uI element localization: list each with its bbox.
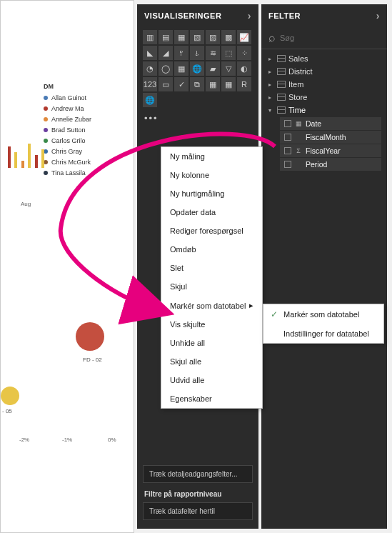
legend-item[interactable]: Tina Lassila: [44, 169, 91, 176]
viz-filled-map-icon[interactable]: ▰: [206, 61, 220, 76]
triangle-expanded-icon: ▾: [268, 107, 274, 114]
table-icon: [277, 94, 286, 101]
viz-donut-icon[interactable]: ◯: [159, 61, 173, 76]
legend-item[interactable]: Andrew Ma: [44, 105, 91, 112]
viz-card-icon[interactable]: 123: [143, 77, 157, 91]
field-row-date[interactable]: ▦Date: [280, 117, 381, 130]
checkbox-icon[interactable]: [284, 161, 291, 168]
visualization-gallery: ▥ ▤ ▦ ▧ ▨ ▩ 📈 ◣ ◢ ⫯ ⫰ ≋ ⬚ ⁘ ◔ ◯ ▦ 🌐 ▰ ▽ …: [137, 27, 258, 110]
menu-item-mark-date-table[interactable]: Markér som datotabel▸: [161, 296, 262, 315]
column-icon: [295, 161, 302, 168]
bubble-label: FD - 02: [83, 357, 102, 363]
sigma-icon: Σ: [295, 147, 302, 154]
viz-100-column-icon[interactable]: ▩: [221, 30, 236, 44]
menu-item-new-column[interactable]: Ny kolonne: [161, 166, 262, 184]
menu-item-edit-query[interactable]: Rediger forespørgsel: [161, 221, 262, 240]
viz-combo-icon[interactable]: ⫯: [174, 46, 189, 60]
menu-item-new-measure[interactable]: Ny måling: [161, 147, 262, 166]
submenu-item-date-table-settings[interactable]: Indstillinger for datatabel: [263, 324, 383, 343]
table-item-time[interactable]: ▾Time: [264, 104, 384, 116]
viz-stacked-area-icon[interactable]: ◢: [159, 46, 173, 60]
report-filters-label: Filtre på rapportniveau: [137, 486, 258, 499]
field-row-fiscalmonth[interactable]: FiscalMonth: [280, 131, 381, 144]
context-menu: Ny måling Ny kolonne Ny hurtigmåling Opd…: [161, 146, 263, 409]
field-row-fiscalyear[interactable]: ΣFiscalYear: [280, 144, 381, 157]
table-item-item[interactable]: ▸Item: [264, 78, 384, 91]
viz-arcgis-icon[interactable]: 🌐: [143, 93, 157, 107]
viz-funnel-icon[interactable]: ▽: [221, 61, 236, 76]
chevron-right-icon[interactable]: ›: [248, 10, 251, 21]
drag-fields-well[interactable]: Træk datafelter hertil: [143, 502, 253, 520]
viz-clustered-column-icon[interactable]: ▧: [190, 30, 204, 44]
menu-item-new-quick-measure[interactable]: Ny hurtigmåling: [161, 184, 262, 203]
viz-slicer-icon[interactable]: ⧉: [190, 77, 204, 91]
viz-table-icon[interactable]: ▦: [206, 77, 220, 91]
legend-item[interactable]: Annelie Zubar: [44, 116, 91, 123]
legend-item[interactable]: Chris Gray: [44, 148, 91, 155]
menu-item-unhide-all[interactable]: Unhide all: [161, 334, 262, 352]
menu-item-properties[interactable]: Egenskaber: [161, 389, 262, 408]
panel-header[interactable]: VISUALISERINGER ›: [137, 4, 258, 27]
field-row-period[interactable]: Period: [280, 158, 381, 171]
legend-dot-icon: [44, 171, 48, 175]
submenu-item-mark-date-table[interactable]: ✓Markér som datotabel: [263, 304, 383, 324]
viz-multi-card-icon[interactable]: ▭: [159, 77, 173, 91]
viz-stacked-bar-icon[interactable]: ▥: [143, 30, 157, 44]
triangle-collapsed-icon: ▸: [268, 94, 274, 101]
viz-pie-icon[interactable]: ◔: [143, 61, 157, 76]
viz-waterfall-icon[interactable]: ⬚: [221, 46, 236, 60]
fields-panel: FELTER › ⌕ ▸Sales ▸District ▸Item ▸Store…: [261, 4, 387, 529]
viz-gauge-icon[interactable]: ◐: [237, 61, 251, 76]
viz-combo2-icon[interactable]: ⫰: [190, 46, 204, 60]
triangle-collapsed-icon: ▸: [268, 56, 274, 62]
viz-r-icon[interactable]: R: [237, 77, 251, 91]
viz-kpi-icon[interactable]: ✓: [174, 77, 189, 91]
viz-line-icon[interactable]: 📈: [237, 30, 251, 44]
menu-item-expand-all[interactable]: Udvid alle: [161, 371, 262, 389]
legend-dot-icon: [44, 117, 48, 121]
viz-area-icon[interactable]: ◣: [143, 46, 157, 60]
viz-clustered-bar-icon[interactable]: ▤: [159, 30, 173, 44]
bubble-label: - 05: [2, 408, 12, 414]
triangle-collapsed-icon: ▸: [268, 81, 274, 88]
panel-header[interactable]: FELTER ›: [261, 4, 387, 27]
bar-chart: [8, 144, 45, 168]
checkmark-icon: ✓: [271, 309, 279, 319]
viz-matrix-icon[interactable]: ▦: [221, 77, 236, 91]
legend-item[interactable]: Chris McGurk: [44, 159, 91, 166]
viz-100-bar-icon[interactable]: ▨: [206, 30, 220, 44]
table-item-store[interactable]: ▸Store: [264, 91, 384, 104]
menu-item-hide-all[interactable]: Skjul alle: [161, 352, 262, 371]
legend-dot-icon: [44, 96, 48, 100]
menu-item-view-hidden[interactable]: Vis skjulte: [161, 315, 262, 334]
table-item-district[interactable]: ▸District: [264, 65, 384, 78]
date-icon: ▦: [295, 120, 302, 127]
checkbox-icon[interactable]: [284, 147, 291, 154]
menu-item-rename[interactable]: Omdøb: [161, 240, 262, 259]
viz-ribbon-icon[interactable]: ≋: [206, 46, 220, 60]
viz-scatter-icon[interactable]: ⁘: [237, 46, 251, 60]
search-input[interactable]: [280, 34, 380, 42]
viz-stacked-column-icon[interactable]: ▦: [174, 30, 189, 44]
legend-item[interactable]: Brad Sutton: [44, 126, 91, 134]
fields-search[interactable]: ⌕: [261, 27, 387, 49]
viz-map-icon[interactable]: 🌐: [190, 61, 204, 76]
x-axis-label: Aug: [21, 201, 31, 207]
legend-item[interactable]: Carlos Grilo: [44, 137, 91, 144]
table-item-sales[interactable]: ▸Sales: [264, 52, 384, 65]
menu-item-delete[interactable]: Slet: [161, 259, 262, 277]
viz-treemap-icon[interactable]: ▦: [174, 61, 189, 76]
viz-more-button[interactable]: •••: [137, 110, 258, 126]
legend-dot-icon: [44, 106, 48, 111]
fields-tree: ▸Sales ▸District ▸Item ▸Store ▾Time ▦Dat…: [261, 49, 387, 174]
legend-title: DM: [44, 83, 91, 90]
menu-item-refresh-data[interactable]: Opdater data: [161, 203, 262, 221]
legend-item[interactable]: Allan Guinot: [44, 94, 91, 101]
checkbox-icon[interactable]: [284, 134, 291, 141]
table-icon: [277, 55, 286, 62]
triangle-collapsed-icon: ▸: [268, 69, 274, 75]
drill-through-well[interactable]: Træk detaljeadgangsfelter...: [143, 465, 253, 483]
menu-item-hide[interactable]: Skjul: [161, 277, 262, 296]
chevron-right-icon[interactable]: ›: [376, 10, 380, 21]
checkbox-icon[interactable]: [284, 120, 291, 127]
